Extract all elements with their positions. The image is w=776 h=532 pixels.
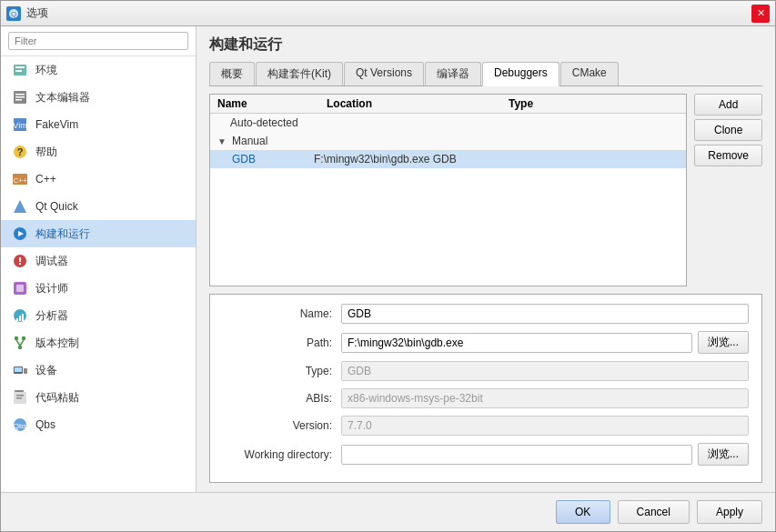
apply-button[interactable]: Apply: [697, 500, 762, 524]
help-icon: ?: [12, 144, 28, 160]
sidebar-item-analyzer[interactable]: 分析器: [1, 302, 196, 329]
form-label-working-dir: Working directory:: [223, 448, 341, 461]
fakevim-icon: Vim: [12, 116, 28, 133]
svg-rect-7: [15, 96, 25, 98]
browse-button-working-dir[interactable]: 浏览...: [698, 443, 749, 466]
table-section-Manual: ▼Manual: [210, 132, 686, 150]
form-label-name: Name:: [223, 307, 341, 320]
tabs-bar: 概要构建套件(Kit)Qt Versions编译器DebuggersCMake: [209, 62, 762, 86]
section-title: 构建和运行: [209, 35, 762, 55]
sidebar-item-label-qt-quick: Qt Quick: [35, 200, 78, 213]
main-content: 构建和运行 概要构建套件(Kit)Qt Versions编译器Debuggers…: [197, 26, 775, 492]
sidebar-item-fakevim[interactable]: VimFakeVim: [1, 111, 196, 138]
svg-rect-27: [22, 336, 25, 340]
cancel-button[interactable]: Cancel: [618, 500, 690, 524]
svg-rect-26: [15, 336, 18, 340]
svg-line-29: [16, 340, 20, 346]
tab-overview[interactable]: 概要: [209, 62, 255, 85]
sidebar-item-label-qbs: Qbs: [35, 418, 55, 431]
debuggers-table: NameLocationTypeAuto-detected▼ManualGDBF…: [209, 94, 687, 286]
clone-button[interactable]: Clone: [694, 119, 762, 141]
form-row-path: Path:浏览...: [223, 331, 749, 354]
sidebar-item-cpp[interactable]: C++C++: [1, 166, 196, 193]
svg-text:C++: C++: [13, 176, 26, 185]
svg-text:Q: Q: [11, 10, 16, 18]
form-label-version: Version:: [223, 419, 341, 432]
code-paste-icon: [12, 389, 28, 406]
svg-rect-33: [15, 367, 22, 372]
sidebar-item-text-editor[interactable]: 文本编辑器: [1, 84, 196, 111]
dialog-title: 选项: [26, 5, 48, 21]
version-control-icon: [12, 335, 28, 351]
analyzer-icon: [12, 307, 28, 324]
sidebar-item-label-devices: 设备: [35, 363, 57, 378]
sidebar-item-label-analyzer: 分析器: [35, 308, 68, 324]
form-input-type: [341, 361, 749, 381]
designer-icon: [12, 280, 28, 296]
svg-rect-36: [16, 395, 24, 396]
sidebar-item-env[interactable]: 环境: [1, 56, 196, 84]
svg-rect-28: [18, 346, 22, 349]
svg-line-30: [20, 340, 24, 346]
tab-qt-versions[interactable]: Qt Versions: [344, 62, 424, 85]
table-col-header-0: Name: [217, 97, 327, 110]
close-button[interactable]: ✕: [751, 5, 770, 23]
sidebar-item-label-designer: 设计师: [35, 281, 68, 296]
qbs-icon: Qbs: [12, 417, 28, 433]
sidebar-item-debugger[interactable]: 调试器: [1, 247, 196, 275]
title-bar: Q 选项 ✕: [1, 1, 775, 26]
build-run-icon: [12, 226, 28, 242]
tab-cmake[interactable]: CMake: [560, 62, 619, 85]
table-col-header-1: Location: [327, 97, 509, 110]
sidebar-item-label-build-run: 构建和运行: [35, 226, 90, 242]
env-icon: [12, 62, 28, 78]
devices-icon: [12, 362, 28, 378]
svg-rect-18: [19, 257, 21, 262]
sidebar-item-qbs[interactable]: QbsQbs: [1, 411, 196, 438]
dialog-body: 环境文本编辑器VimFakeVim?帮助C++C++Qt Quick构建和运行调…: [1, 26, 775, 492]
row-name: GDB: [217, 153, 314, 166]
tab-compilers[interactable]: 编译器: [425, 62, 481, 85]
filter-box: [1, 26, 196, 56]
sidebar-item-label-code-paste: 代码粘贴: [35, 390, 79, 406]
svg-rect-3: [15, 66, 25, 68]
sidebar-item-label-debugger: 调试器: [35, 254, 68, 269]
sidebar-item-devices[interactable]: 设备: [1, 356, 196, 384]
ok-button[interactable]: OK: [556, 500, 610, 524]
svg-rect-8: [15, 99, 22, 101]
browse-button-path[interactable]: 浏览...: [698, 331, 749, 354]
form-label-type: Type:: [223, 365, 341, 377]
sidebar-item-designer[interactable]: 设计师: [1, 275, 196, 302]
filter-input[interactable]: [8, 32, 188, 50]
text-editor-icon: [12, 89, 28, 105]
svg-rect-32: [24, 368, 27, 374]
svg-rect-4: [15, 70, 22, 72]
sidebar-item-code-paste[interactable]: 代码粘贴: [1, 384, 196, 411]
title-bar-left: Q 选项: [6, 5, 48, 21]
tab-kits[interactable]: 构建套件(Kit): [256, 62, 343, 85]
remove-button[interactable]: Remove: [694, 145, 762, 166]
form-input-name[interactable]: [341, 304, 749, 324]
tab-debuggers[interactable]: Debuggers: [482, 62, 559, 86]
svg-rect-25: [22, 314, 24, 321]
dialog-icon: Q: [6, 6, 21, 21]
table-row[interactable]: GDBF:\mingw32\bin\gdb.exe GDB: [210, 150, 686, 168]
sidebar-item-build-run[interactable]: 构建和运行: [1, 220, 196, 247]
sidebar-item-label-fakevim: FakeVim: [35, 118, 78, 131]
dialog-footer: OK Cancel Apply: [1, 492, 775, 531]
sidebar-item-qt-quick[interactable]: Qt Quick: [1, 193, 196, 220]
svg-rect-37: [16, 397, 22, 399]
form-area: Name:Path:浏览...Type:ABIs:Version:Working…: [209, 294, 762, 483]
form-input-working-dir[interactable]: [341, 445, 692, 465]
svg-text:Vim: Vim: [13, 121, 26, 130]
sidebar-item-help[interactable]: ?帮助: [1, 138, 196, 166]
form-input-path[interactable]: [341, 333, 692, 353]
sidebar-item-version-control[interactable]: 版本控制: [1, 329, 196, 356]
sidebar: 环境文本编辑器VimFakeVim?帮助C++C++Qt Quick构建和运行调…: [1, 26, 197, 492]
row-location: F:\mingw32\bin\gdb.exe GDB: [314, 153, 496, 166]
form-row-version: Version:: [223, 416, 749, 436]
sidebar-item-label-help: 帮助: [35, 145, 57, 160]
sidebar-item-label-version-control: 版本控制: [35, 336, 79, 351]
form-row-abis: ABIs:: [223, 388, 749, 408]
add-button[interactable]: Add: [694, 94, 762, 115]
